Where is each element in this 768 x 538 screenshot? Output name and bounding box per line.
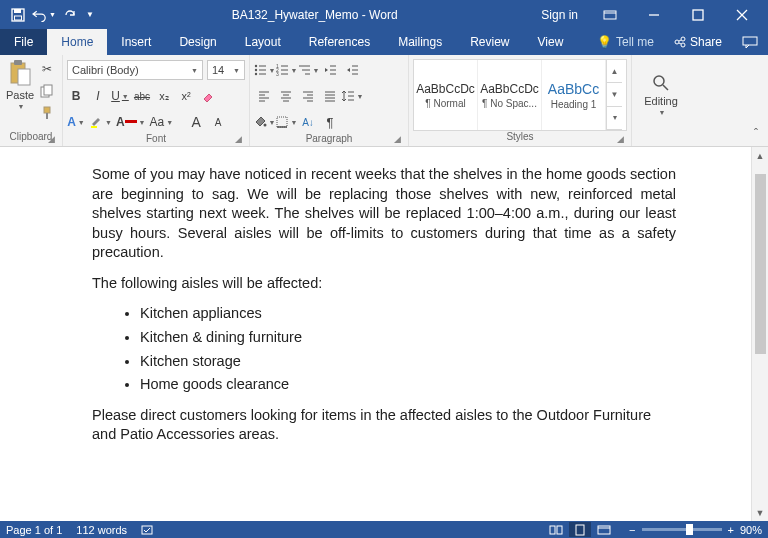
style-normal[interactable]: AaBbCcDc¶ Normal (414, 60, 478, 130)
ribbon-display-icon[interactable] (590, 0, 630, 29)
zoom-in-button[interactable]: + (728, 524, 734, 536)
show-marks-button[interactable]: ¶ (320, 112, 340, 132)
tab-file[interactable]: File (0, 29, 47, 55)
zoom-out-button[interactable]: − (629, 524, 635, 536)
copy-button[interactable] (37, 81, 57, 101)
paragraph-3[interactable]: Please direct customers looking for item… (92, 406, 676, 445)
styles-gallery[interactable]: AaBbCcDc¶ Normal AaBbCcDc¶ No Spac... Aa… (413, 59, 627, 131)
increase-indent-button[interactable] (342, 60, 362, 80)
redo-icon[interactable] (58, 3, 82, 27)
copy-icon (40, 84, 54, 98)
document-area: Some of you may have noticed in recent w… (0, 147, 768, 521)
zoom-slider[interactable] (642, 528, 722, 531)
editing-label[interactable]: Editing (644, 95, 678, 107)
comments-icon[interactable] (732, 29, 768, 55)
svg-rect-6 (693, 10, 703, 20)
paragraph-2[interactable]: The following aisles will be affected: (92, 274, 676, 294)
font-color-button[interactable]: A▼ (116, 112, 146, 132)
page-indicator[interactable]: Page 1 of 1 (6, 524, 62, 536)
superscript-button[interactable]: x² (177, 86, 195, 106)
paragraph-1[interactable]: Some of you may have noticed in recent w… (92, 165, 676, 263)
highlight-button[interactable]: ▼ (89, 112, 112, 132)
align-left-icon (257, 89, 271, 103)
close-button[interactable] (722, 0, 762, 29)
clear-formatting-button[interactable] (199, 86, 217, 106)
tab-insert[interactable]: Insert (107, 29, 165, 55)
align-center-button[interactable] (276, 86, 296, 106)
grow-font-button[interactable]: A (187, 112, 205, 132)
minimize-button[interactable] (634, 0, 674, 29)
tab-home[interactable]: Home (47, 29, 107, 55)
zoom-slider-handle[interactable] (686, 524, 693, 535)
change-case-button[interactable]: Aa▼ (150, 112, 174, 132)
word-count[interactable]: 112 words (76, 524, 127, 536)
underline-button[interactable]: U▼ (111, 86, 129, 106)
find-icon[interactable] (651, 73, 671, 93)
font-dialog-icon[interactable]: ◢ (232, 134, 244, 146)
share-button[interactable]: Share (664, 29, 732, 55)
collapse-ribbon-button[interactable]: ˆ (748, 126, 764, 142)
list-item[interactable]: Kitchen storage (140, 352, 676, 372)
clipboard-dialog-icon[interactable]: ◢ (45, 134, 57, 146)
svg-rect-71 (576, 525, 584, 535)
proofing-icon[interactable] (141, 524, 155, 536)
list-item[interactable]: Kitchen & dining furniture (140, 328, 676, 348)
vertical-scrollbar[interactable]: ▲ ▼ (751, 147, 768, 521)
list-item[interactable]: Kitchen appliances (140, 304, 676, 324)
format-painter-button[interactable] (37, 103, 57, 123)
align-right-button[interactable] (298, 86, 318, 106)
read-mode-button[interactable] (545, 522, 567, 537)
shading-button[interactable]: ▼ (254, 112, 274, 132)
sort-button[interactable]: A↓ (298, 112, 318, 132)
tab-design[interactable]: Design (165, 29, 230, 55)
ribbon: Paste ▼ ✂ Clipboard◢ Calibri (Body)▼ 14▼… (0, 55, 768, 147)
style-no-spacing[interactable]: AaBbCcDc¶ No Spac... (478, 60, 542, 130)
decrease-indent-button[interactable] (320, 60, 340, 80)
subscript-button[interactable]: x₂ (155, 86, 173, 106)
paragraph-dialog-icon[interactable]: ◢ (391, 134, 403, 146)
strikethrough-button[interactable]: abc (133, 86, 151, 106)
save-icon[interactable] (6, 3, 30, 27)
bold-button[interactable]: B (67, 86, 85, 106)
bullet-list[interactable]: Kitchen appliances Kitchen & dining furn… (92, 304, 676, 394)
print-layout-button[interactable] (569, 522, 591, 537)
shrink-font-button[interactable]: A (209, 112, 227, 132)
line-spacing-button[interactable]: ▼ (342, 86, 362, 106)
justify-button[interactable] (320, 86, 340, 106)
qat-customize-icon[interactable]: ▼ (84, 3, 96, 27)
paste-button[interactable]: Paste ▼ (4, 57, 36, 131)
sign-in-button[interactable]: Sign in (533, 8, 586, 22)
style-heading-1[interactable]: AaBbCcHeading 1 (542, 60, 606, 130)
web-layout-button[interactable] (593, 522, 615, 537)
list-item[interactable]: Home goods clearance (140, 375, 676, 395)
document-page[interactable]: Some of you may have noticed in recent w… (64, 147, 704, 521)
scroll-thumb[interactable] (755, 174, 766, 354)
maximize-button[interactable] (678, 0, 718, 29)
numbering-button[interactable]: 123▼ (276, 60, 296, 80)
bullets-button[interactable]: ▼ (254, 60, 274, 80)
text-effects-button[interactable]: A▼ (67, 112, 85, 132)
italic-button[interactable]: I (89, 86, 107, 106)
align-left-button[interactable] (254, 86, 274, 106)
tab-layout[interactable]: Layout (231, 29, 295, 55)
cut-button[interactable]: ✂ (37, 59, 57, 79)
styles-dialog-icon[interactable]: ◢ (614, 134, 626, 146)
gallery-scroll[interactable]: ▲▼▾ (606, 60, 622, 130)
scroll-track[interactable] (752, 164, 768, 504)
font-size-select[interactable]: 14▼ (207, 60, 245, 80)
zoom-level[interactable]: 90% (740, 524, 762, 536)
view-buttons (545, 522, 615, 537)
undo-icon[interactable]: ▼ (32, 3, 56, 27)
multilevel-list-button[interactable]: ▼ (298, 60, 318, 80)
tab-review[interactable]: Review (456, 29, 523, 55)
tell-me-search[interactable]: 💡Tell me (587, 29, 664, 55)
tab-view[interactable]: View (524, 29, 578, 55)
tab-references[interactable]: References (295, 29, 384, 55)
borders-button[interactable]: ▼ (276, 112, 296, 132)
scroll-down-button[interactable]: ▼ (752, 504, 768, 521)
svg-rect-14 (743, 37, 757, 45)
scroll-up-button[interactable]: ▲ (752, 147, 768, 164)
zoom-control: − + 90% (629, 524, 762, 536)
tab-mailings[interactable]: Mailings (384, 29, 456, 55)
font-name-select[interactable]: Calibri (Body)▼ (67, 60, 203, 80)
